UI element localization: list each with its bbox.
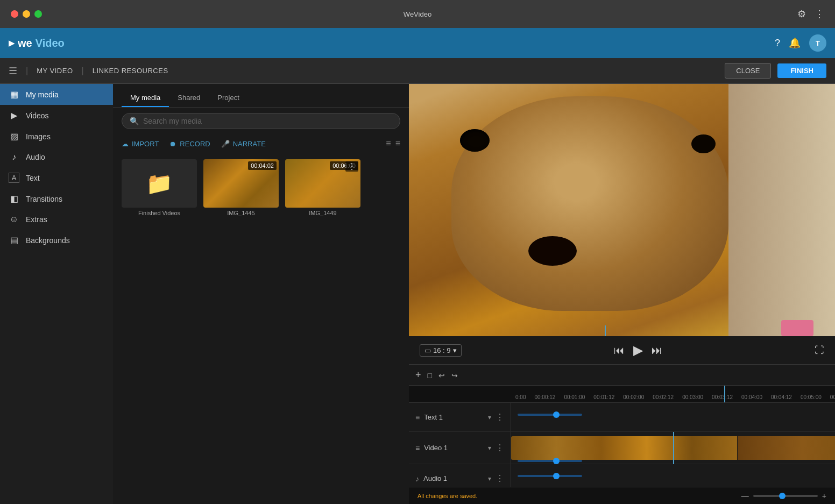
images-icon: ▨: [9, 131, 19, 141]
undo-button[interactable]: ↩: [438, 371, 445, 380]
record-label: RECORD: [180, 140, 210, 148]
media-sort[interactable]: ≡ ≡: [386, 139, 400, 148]
record-button[interactable]: ⏺ RECORD: [169, 140, 210, 148]
linked-resources-link[interactable]: LINKED RESOURCES: [93, 67, 168, 75]
preview-playback: ⏮ ▶ ⏭: [614, 343, 662, 358]
track-text1-more[interactable]: ⋮: [496, 412, 504, 422]
text1-slider-track: [518, 414, 582, 416]
import-button[interactable]: ☁ IMPORT: [122, 140, 159, 148]
audio-icon: ♪: [9, 152, 19, 162]
close-button[interactable]: CLOSE: [725, 63, 771, 79]
titlebar: WeVideo ⚙ ⋮: [0, 0, 835, 28]
my-video-link[interactable]: MY VIDEO: [37, 67, 73, 75]
help-icon[interactable]: ?: [775, 38, 780, 49]
audio1-slider-thumb[interactable]: [553, 473, 560, 479]
preview-controls: ▭ 16 : 9 ▾ ⏮ ▶ ⏭ ⛶: [409, 336, 835, 364]
track-video1-icon: ≡: [415, 444, 420, 452]
track-content-audio1: [511, 464, 835, 487]
header: ▶ weVideo ? 🔔 T: [0, 28, 835, 58]
finish-button[interactable]: FINISH: [777, 63, 826, 78]
transitions-icon: ◧: [9, 194, 19, 204]
tab-project[interactable]: Project: [209, 89, 247, 107]
skip-back-button[interactable]: ⏮: [614, 344, 625, 357]
app-title: WeVideo: [404, 10, 431, 18]
ruler-time-12: 00:00:12: [530, 394, 560, 402]
sidebar-item-my-media[interactable]: ▦ My media: [0, 84, 113, 105]
fullscreen-icon[interactable]: ⛶: [815, 345, 824, 356]
tab-my-media[interactable]: My media: [122, 89, 169, 107]
sidebar-item-extras[interactable]: ☺ Extras: [0, 209, 113, 230]
media-item-img1449[interactable]: 00:06:00 IMG_1449 ⋮: [285, 159, 360, 498]
notifications-icon[interactable]: 🔔: [789, 37, 801, 49]
playhead: [724, 386, 725, 402]
zoom-in-icon[interactable]: +: [822, 492, 826, 500]
tab-shared[interactable]: Shared: [169, 89, 209, 107]
sidebar-item-videos[interactable]: ▶ Videos: [0, 105, 113, 126]
ruler-time-212: 00:02:12: [648, 394, 678, 402]
narrate-button[interactable]: 🎤 NARRATE: [221, 140, 266, 148]
maximize-traffic-light[interactable]: [34, 10, 42, 18]
sidebar-item-audio[interactable]: ♪ Audio: [0, 147, 113, 167]
zoom-out-icon[interactable]: —: [741, 492, 749, 500]
timeline-ruler: 0:00 00:00:12 00:01:00 00:01:12 00:02:00…: [409, 386, 835, 403]
track-video1-dropdown[interactable]: ▾: [488, 444, 491, 452]
sidebar-item-images[interactable]: ▨ Images: [0, 126, 113, 147]
track-label-audio1: ♪ Audio 1 ▾ ⋮: [409, 464, 511, 487]
sidebar-item-text[interactable]: A Text: [0, 167, 113, 188]
search-box[interactable]: 🔍: [122, 113, 400, 129]
text1-slider-thumb[interactable]: [553, 411, 560, 418]
zoom-thumb[interactable]: [779, 493, 786, 499]
video1-slider-track: [518, 460, 582, 462]
logo-play-icon: ▶: [9, 39, 15, 47]
aspect-ratio-selector[interactable]: ▭ 16 : 9 ▾: [420, 344, 462, 357]
track-audio1-name: Audio 1: [423, 474, 484, 482]
track-audio1-icon: ♪: [415, 474, 419, 483]
user-avatar[interactable]: T: [809, 34, 826, 52]
pink-item: [781, 320, 813, 336]
video-frame-seg1: [511, 436, 737, 460]
track-text1-dropdown[interactable]: ▾: [488, 414, 491, 421]
minimize-traffic-light[interactable]: [23, 10, 30, 18]
media-item-folder[interactable]: 📁 Finished Videos: [122, 159, 197, 498]
close-traffic-light[interactable]: [11, 10, 18, 18]
sidebar-label-text: Text: [26, 174, 40, 182]
video1-slider-thumb[interactable]: [553, 458, 560, 464]
sidebar-label-audio: Audio: [26, 153, 45, 161]
menu-dots-icon[interactable]: ⋮: [815, 8, 824, 20]
play-button[interactable]: ▶: [633, 343, 643, 358]
add-track-button[interactable]: +: [415, 370, 421, 381]
timeline-toolbar: + □ ↩ ↪: [409, 365, 835, 386]
track-audio1-more[interactable]: ⋮: [496, 473, 504, 484]
track-text1-name: Text 1: [424, 413, 484, 421]
more-options-icon[interactable]: ⋮: [345, 161, 358, 172]
ruler-time-112: 00:01:12: [589, 394, 619, 402]
ruler-time-312: 00:03:12: [707, 394, 737, 402]
text-icon: A: [9, 173, 19, 183]
square-button[interactable]: □: [428, 371, 432, 380]
search-input[interactable]: [143, 117, 392, 125]
puzzle-icon[interactable]: ⚙: [797, 8, 806, 20]
sidebar: ▦ My media ▶ Videos ▨ Images ♪ Audio A T…: [0, 84, 113, 504]
track-audio1-dropdown[interactable]: ▾: [488, 475, 491, 482]
zoom-slider[interactable]: [753, 495, 818, 497]
hamburger-icon[interactable]: ☰: [9, 65, 17, 77]
media-item-img1445[interactable]: 00:04:02 IMG_1445: [203, 159, 279, 498]
skip-forward-button[interactable]: ⏭: [652, 344, 662, 357]
preview-video: [409, 84, 835, 336]
track-content-video1: [511, 432, 835, 464]
timeline-tracks: ≡ Text 1 ▾ ⋮: [409, 403, 835, 487]
sidebar-item-transitions[interactable]: ◧ Transitions: [0, 188, 113, 209]
track-video1-more[interactable]: ⋮: [496, 443, 504, 453]
sidebar-item-backgrounds[interactable]: ▤ Backgrounds: [0, 230, 113, 251]
track-video1: ≡ Video 1 ▾ ⋮: [409, 432, 835, 464]
ruler-time-200: 00:02:00: [619, 394, 648, 402]
folder-icon: 📁: [146, 171, 173, 196]
navbar: ☰ | MY VIDEO | LINKED RESOURCES CLOSE FI…: [0, 58, 835, 84]
redo-button[interactable]: ↪: [451, 371, 458, 380]
aspect-ratio-value: 16 : 9: [433, 346, 451, 354]
ruler-time-400: 00:04:00: [737, 394, 767, 402]
sidebar-label-images: Images: [26, 132, 51, 141]
backgrounds-icon: ▤: [9, 235, 19, 245]
track-video1-name: Video 1: [424, 444, 484, 452]
folder-label: Finished Videos: [122, 210, 197, 216]
